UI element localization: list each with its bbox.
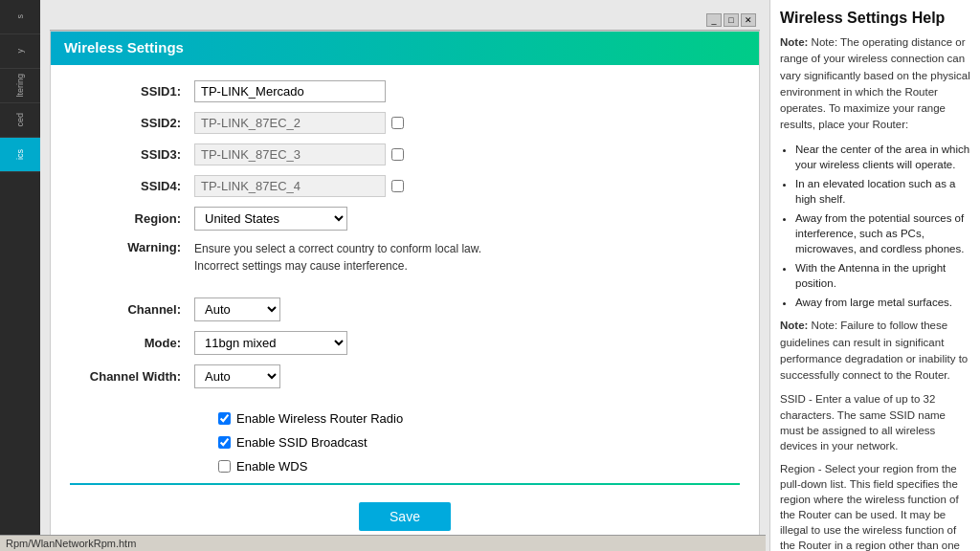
sidebar-item-filtering-label: ltering: [15, 74, 25, 98]
help-note2: Note: Note: Failure to follow these guid…: [780, 318, 970, 384]
channel-label: Channel:: [70, 302, 194, 317]
enable-ssid-row: Enable SSID Broadcast: [70, 435, 740, 450]
sidebar: s y ltering ced ics: [0, 0, 40, 551]
help-ssid: SSID - Enter a value of up to 32 charact…: [780, 391, 970, 452]
save-button[interactable]: Save: [359, 502, 451, 531]
ssid1-input[interactable]: [194, 80, 386, 102]
region-select[interactable]: United States: [194, 207, 347, 231]
mode-select[interactable]: 11bgn mixed: [194, 331, 347, 355]
ssid3-label: SSID3:: [70, 147, 194, 162]
enable-radio-label: Enable Wireless Router Radio: [236, 411, 403, 426]
ssid3-input[interactable]: [194, 143, 386, 165]
spacer1: [70, 284, 740, 298]
help-bullet-list: Near the center of the area in which you…: [780, 142, 970, 311]
channel-width-row: Channel Width: Auto: [70, 364, 740, 388]
sidebar-item-s[interactable]: s: [0, 0, 40, 34]
enable-radio-checkbox[interactable]: [218, 412, 231, 425]
minimize-button[interactable]: _: [706, 13, 722, 27]
help-bullet-1: Near the center of the area in which you…: [795, 142, 970, 172]
bottom-divider: [70, 483, 740, 485]
settings-panel: Wireless Settings SSID1: SSID2: SSID3:: [50, 31, 760, 551]
panel-title-bar: Wireless Settings: [51, 32, 759, 63]
mode-label: Mode:: [70, 336, 194, 350]
help-note1: Note: Note: The operating distance or ra…: [780, 34, 970, 134]
close-button[interactable]: ✕: [741, 13, 756, 27]
enable-wds-checkbox[interactable]: [218, 460, 231, 473]
status-bar: Rpm/WlanNetworkRpm.htm: [40, 535, 766, 551]
save-row: Save: [70, 493, 740, 537]
ssid3-row: SSID3:: [70, 143, 740, 165]
help-panel: Wireless Settings Help Note: Note: The o…: [769, 0, 980, 551]
ssid2-input[interactable]: [194, 112, 386, 134]
help-bullet-5: Away from large metal surfaces.: [795, 295, 970, 310]
sidebar-item-ics[interactable]: ics: [0, 138, 40, 172]
enable-wds-row: Enable WDS: [70, 459, 740, 474]
sidebar-item-y[interactable]: y: [0, 34, 40, 69]
channel-width-label: Channel Width:: [70, 369, 194, 384]
window-chrome: _ □ ✕: [50, 10, 760, 31]
warning-row: Warning: Ensure you select a correct cou…: [70, 240, 740, 275]
warning-text: Ensure you select a correct country to c…: [194, 240, 481, 275]
warning-label: Warning:: [70, 240, 194, 254]
mode-row: Mode: 11bgn mixed: [70, 331, 740, 355]
help-region: Region - Select your region from the pul…: [780, 461, 970, 551]
help-bullet-2: In an elevated location such as a high s…: [795, 176, 970, 207]
ssid2-row: SSID2:: [70, 112, 740, 134]
help-bullet-4: With the Antenna in the upright position…: [795, 260, 970, 291]
help-region-text: Region - Select your region from the pul…: [780, 463, 966, 551]
ssid3-checkbox[interactable]: [391, 148, 404, 161]
main-content-area: _ □ ✕ Wireless Settings SSID1: SSID2: SS…: [40, 0, 769, 551]
channel-select[interactable]: Auto: [194, 298, 280, 321]
ssid1-label: SSID1:: [70, 84, 194, 99]
spacer2: [70, 398, 740, 411]
enable-wds-label: Enable WDS: [236, 459, 307, 474]
ssid4-label: SSID4:: [70, 179, 194, 193]
enable-ssid-label: Enable SSID Broadcast: [236, 435, 368, 450]
sidebar-item-ics-label: ics: [15, 149, 25, 160]
panel-title: Wireless Settings: [64, 39, 184, 55]
maximize-button[interactable]: □: [724, 13, 739, 27]
form-content: SSID1: SSID2: SSID3: SSID4:: [51, 65, 759, 551]
help-bullet-3: Away from the potential sources of inter…: [795, 210, 970, 256]
channel-row: Channel: Auto: [70, 298, 740, 321]
ssid4-checkbox[interactable]: [391, 180, 404, 192]
sidebar-item-ced-label: ced: [15, 113, 25, 127]
ssid4-row: SSID4:: [70, 175, 740, 197]
enable-ssid-checkbox[interactable]: [218, 436, 231, 449]
status-url: Rpm/WlanNetworkRpm.htm: [40, 538, 136, 549]
region-row: Region: United States: [70, 207, 740, 231]
enable-radio-row: Enable Wireless Router Radio: [70, 411, 740, 426]
sidebar-item-filtering[interactable]: ltering: [0, 69, 40, 103]
region-label: Region:: [70, 211, 194, 226]
ssid2-label: SSID2:: [70, 116, 194, 130]
help-ssid-text: SSID - Enter a value of up to 32 charact…: [780, 393, 946, 451]
sidebar-item-s-label: s: [15, 14, 25, 19]
ssid4-input[interactable]: [194, 175, 386, 197]
sidebar-item-y-label: y: [15, 49, 25, 54]
ssid2-checkbox[interactable]: [391, 117, 404, 129]
channel-width-select[interactable]: Auto: [194, 364, 280, 388]
sidebar-item-ced[interactable]: ced: [0, 103, 40, 138]
help-title: Wireless Settings Help: [780, 10, 970, 27]
ssid1-row: SSID1:: [70, 80, 740, 102]
